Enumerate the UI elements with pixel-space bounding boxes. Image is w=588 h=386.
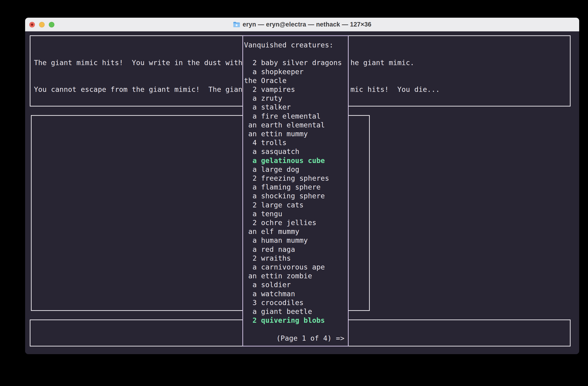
vanquished-entry: the Oracle [244,76,348,85]
vanquished-menu: Vanquished creatures: 2 baby silver drag… [242,35,349,346]
vanquished-entry: an elf mummy [244,227,348,236]
vanquished-entry: a carnivorous ape [244,263,348,272]
vanquished-entry: 2 baby silver dragons [244,58,348,67]
vanquished-entry: 2 freezing spheres [244,174,348,183]
blank-line [244,325,348,334]
vanquished-list: 2 baby silver dragons a shopkeeperthe Or… [244,58,348,325]
home-folder-icon [233,21,240,28]
vanquished-entry: a sasquatch [244,147,348,156]
vanquished-entry: a tengu [244,210,348,218]
vanquished-entry: a watchman [244,290,348,298]
message-line: he giant mimic. [351,58,440,67]
vanquished-entry: a fire elemental [244,112,348,121]
terminal-screen[interactable]: The giant mimic hits! You write in the d… [25,31,579,354]
title-area: eryn — eryn@electra — nethack — 127×36 [233,21,371,28]
unsaved-changes-dot [31,23,33,26]
message-text-right: he giant mimic. mic hits! You die... [351,41,440,112]
terminal-window: eryn — eryn@electra — nethack — 127×36 T… [25,18,579,354]
vanquished-entry: a stalker [244,103,348,112]
desktop: { "window": { "title": "eryn — eryn@elec… [0,0,588,386]
vanquished-entry: 2 ochre jellies [244,218,348,227]
vanquished-entry: a soldier [244,280,348,289]
vanquished-entry: 3 crocodiles [244,298,348,307]
message-line: mic hits! You die... [351,85,440,94]
message-line: The giant mimic hits! You write in the d… [34,58,242,67]
window-controls [25,18,54,31]
window-title: eryn — eryn@electra — nethack — 127×36 [243,21,371,28]
vanquished-entry: a large dog [244,165,348,174]
vanquished-entry: an earth elemental [244,121,348,129]
minimize-button[interactable] [39,22,45,27]
vanquished-entry: a shopkeeper [244,67,348,76]
vanquished-entry: 2 vampires [244,85,348,94]
vanquished-entry: a zruty [244,94,348,103]
vanquished-entry: 4 trolls [244,138,348,147]
vanquished-entry: 2 quivering blobs [244,316,348,325]
vanquished-entry: 2 wraiths [244,254,348,263]
page-indicator: (Page 1 of 4) => [244,334,348,343]
vanquished-entry: a shocking sphere [244,192,348,200]
zoom-button[interactable] [49,22,54,27]
vanquished-entry: an ettin mummy [244,129,348,138]
vanquished-menu-title: Vanquished creatures: [244,41,348,49]
vanquished-entry: a giant beetle [244,307,348,316]
blank-line [244,49,348,58]
message-line: You cannot escape from the giant mimic! … [34,85,242,94]
vanquished-entry: 2 large cats [244,201,348,210]
close-button[interactable] [29,22,35,27]
vanquished-entry: an ettin zombie [244,272,348,280]
message-text-left: The giant mimic hits! You write in the d… [34,41,242,112]
vanquished-entry: a human mummy [244,236,348,245]
vanquished-entry: a red naga [244,245,348,254]
titlebar: eryn — eryn@electra — nethack — 127×36 [25,18,579,31]
vanquished-entry: a gelatinous cube [244,156,348,165]
vanquished-entry: a flaming sphere [244,183,348,192]
